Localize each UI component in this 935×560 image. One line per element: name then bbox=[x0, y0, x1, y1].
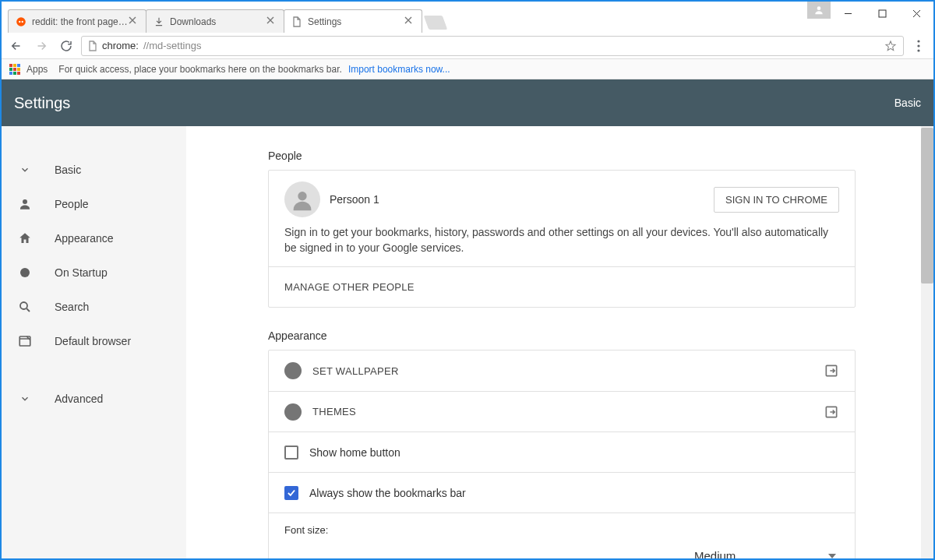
apps-label[interactable]: Apps bbox=[26, 64, 48, 75]
sidebar-item-label: On Startup bbox=[55, 266, 108, 279]
minimize-button[interactable] bbox=[831, 2, 865, 25]
person-icon bbox=[17, 196, 33, 212]
sign-in-button[interactable]: SIGN IN TO CHROME bbox=[714, 187, 839, 213]
svg-point-6 bbox=[917, 44, 919, 47]
scrollbar[interactable] bbox=[921, 126, 933, 558]
tab-settings[interactable]: Settings bbox=[284, 9, 422, 33]
sidebar-item-appearance[interactable]: Appearance bbox=[2, 221, 186, 255]
avatar bbox=[284, 181, 320, 217]
new-tab-button[interactable] bbox=[424, 16, 448, 30]
browser-window: reddit: the front page of Downloads Sett bbox=[0, 0, 935, 560]
toolbar: chrome://md-settings bbox=[2, 33, 933, 59]
settings-header: Settings Basic bbox=[2, 79, 933, 126]
reddit-icon bbox=[15, 16, 27, 28]
user-badge[interactable] bbox=[807, 2, 831, 19]
bookmarks-bar-checkbox[interactable] bbox=[284, 486, 298, 500]
manage-people-row[interactable]: MANAGE OTHER PEOPLE bbox=[269, 266, 855, 307]
section-label-appearance: Appearance bbox=[268, 329, 856, 342]
svg-point-18 bbox=[20, 268, 30, 277]
tab-title: reddit: the front page of bbox=[32, 16, 129, 27]
bookmark-star-icon[interactable] bbox=[884, 40, 897, 52]
svg-point-2 bbox=[22, 20, 23, 22]
tab-title: Settings bbox=[308, 16, 404, 27]
profile-description: Sign in to get your bookmarks, history, … bbox=[284, 225, 839, 255]
sidebar-item-search[interactable]: Search bbox=[2, 290, 186, 324]
sidebar-item-label: Default browser bbox=[55, 335, 131, 347]
forward-button[interactable] bbox=[31, 36, 51, 56]
scrollbar-thumb[interactable] bbox=[921, 128, 933, 284]
sidebar-item-people[interactable]: People bbox=[2, 187, 186, 221]
bookmarks-hint: For quick access, place your bookmarks h… bbox=[58, 64, 342, 75]
sidebar-item-advanced[interactable]: Advanced bbox=[2, 382, 186, 416]
home-button-checkbox[interactable] bbox=[284, 446, 298, 460]
page-title: Settings bbox=[14, 94, 70, 112]
set-wallpaper-label: SET WALLPAPER bbox=[312, 365, 399, 377]
svg-point-7 bbox=[917, 49, 919, 51]
chevron-down-icon bbox=[17, 162, 33, 178]
sidebar: Basic People Appearance On Startup Searc… bbox=[2, 126, 186, 558]
close-window-button[interactable] bbox=[899, 2, 933, 25]
content: Basic People Appearance On Startup Searc… bbox=[2, 126, 933, 558]
profile-row: Persoon 1 SIGN IN TO CHROME Sign in to g… bbox=[269, 171, 855, 266]
svg-rect-14 bbox=[9, 72, 12, 75]
url-path: //md-settings bbox=[143, 40, 201, 51]
font-size-value: Medium bbox=[694, 549, 736, 558]
close-icon[interactable] bbox=[266, 16, 277, 27]
font-size-label: Font size: bbox=[284, 524, 839, 536]
appearance-card: SET WALLPAPER THEMES Show home button bbox=[268, 350, 856, 558]
apps-icon[interactable] bbox=[9, 64, 20, 75]
svg-rect-9 bbox=[13, 64, 16, 67]
settings-main: People Persoon 1 SIGN IN TO CHROME Sign … bbox=[186, 126, 933, 558]
bookmarks-bar-label: Always show the bookmarks bar bbox=[309, 487, 466, 499]
browser-icon bbox=[17, 333, 33, 349]
svg-rect-8 bbox=[9, 64, 12, 67]
bookmarks-bar-row[interactable]: Always show the bookmarks bar bbox=[269, 472, 855, 512]
sidebar-item-default-browser[interactable]: Default browser bbox=[2, 324, 186, 358]
chevron-down-icon bbox=[17, 391, 33, 407]
sidebar-item-label: Advanced bbox=[55, 393, 103, 405]
sidebar-item-label: Basic bbox=[55, 164, 81, 176]
import-bookmarks-link[interactable]: Import bookmarks now... bbox=[348, 64, 450, 75]
titlebar: reddit: the front page of Downloads Sett bbox=[2, 2, 933, 33]
address-bar[interactable]: chrome://md-settings bbox=[81, 36, 904, 56]
tab-downloads[interactable]: Downloads bbox=[146, 9, 284, 33]
sidebar-item-label: Search bbox=[55, 301, 89, 313]
circle-icon bbox=[17, 265, 33, 280]
show-home-button-row[interactable]: Show home button bbox=[269, 431, 855, 472]
maximize-button[interactable] bbox=[865, 2, 899, 25]
svg-rect-13 bbox=[17, 68, 20, 71]
document-icon bbox=[88, 41, 97, 51]
sidebar-item-basic[interactable]: Basic bbox=[2, 153, 186, 187]
svg-point-1 bbox=[19, 20, 20, 22]
close-icon[interactable] bbox=[404, 16, 415, 27]
document-icon bbox=[291, 16, 303, 28]
home-icon bbox=[17, 231, 33, 246]
open-external-icon[interactable] bbox=[824, 363, 839, 379]
circle-icon bbox=[284, 362, 302, 379]
svg-point-3 bbox=[817, 6, 821, 10]
svg-point-17 bbox=[23, 199, 27, 204]
mode-toggle[interactable]: Basic bbox=[894, 97, 921, 109]
tab-reddit[interactable]: reddit: the front page of bbox=[8, 9, 146, 33]
sidebar-item-label: People bbox=[55, 198, 89, 210]
back-button[interactable] bbox=[6, 36, 26, 56]
themes-label: THEMES bbox=[312, 406, 356, 417]
close-icon[interactable] bbox=[129, 16, 139, 27]
set-wallpaper-row[interactable]: SET WALLPAPER bbox=[269, 350, 855, 391]
svg-point-0 bbox=[16, 17, 26, 26]
sidebar-item-startup[interactable]: On Startup bbox=[2, 255, 186, 290]
reload-button[interactable] bbox=[56, 36, 76, 56]
svg-point-19 bbox=[20, 302, 27, 309]
window-controls bbox=[807, 2, 933, 33]
circle-icon bbox=[284, 403, 302, 421]
manage-people-label: MANAGE OTHER PEOPLE bbox=[284, 281, 415, 293]
themes-row[interactable]: THEMES bbox=[269, 391, 855, 431]
font-size-row: Font size: Medium bbox=[269, 512, 855, 558]
browser-menu-button[interactable] bbox=[909, 36, 929, 56]
download-icon bbox=[153, 16, 165, 28]
home-button-label: Show home button bbox=[309, 446, 400, 459]
profile-name: Persoon 1 bbox=[330, 193, 379, 206]
svg-point-21 bbox=[298, 192, 306, 200]
open-external-icon[interactable] bbox=[824, 404, 839, 420]
font-size-select[interactable]: Medium bbox=[691, 544, 839, 558]
